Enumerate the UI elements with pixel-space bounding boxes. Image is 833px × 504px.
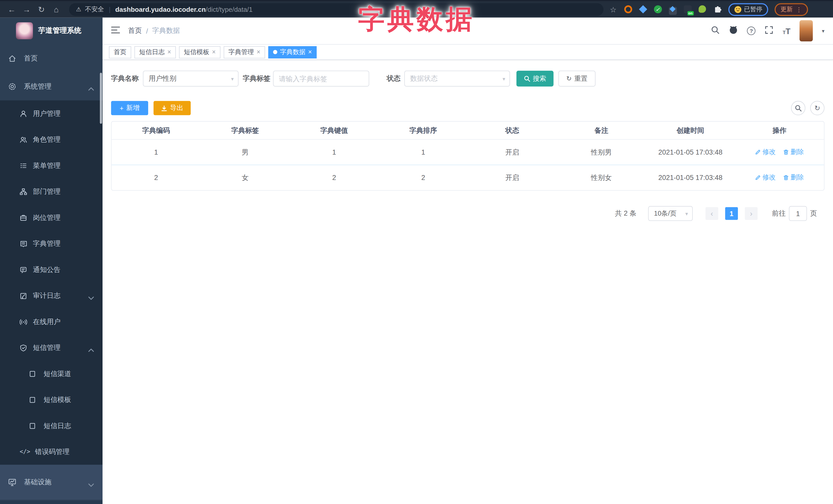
close-icon[interactable]: ×	[212, 48, 216, 56]
tag-home[interactable]: 首页	[109, 46, 131, 58]
caret-down-icon[interactable]: ▾	[822, 28, 824, 34]
sidebar-item-notice[interactable]: 通知公告	[0, 257, 102, 283]
cell-dict-code: 1	[112, 148, 200, 156]
delete-link[interactable]: 删除	[783, 148, 804, 157]
edit-link[interactable]: 修改	[755, 148, 776, 157]
extension-orange-icon[interactable]	[624, 5, 633, 14]
sidebar-item-error-code[interactable]: </> 错误码管理	[0, 439, 102, 465]
sidebar-item-sms-template[interactable]: 短信模板	[0, 387, 102, 413]
plus-icon: +	[120, 104, 123, 112]
sidebar-item-online-users[interactable]: 在线用户	[0, 309, 102, 335]
extension-sprout-icon[interactable]	[698, 5, 707, 14]
sidebar-item-dept-mgmt[interactable]: 部门管理	[0, 178, 102, 205]
dict-type-value: 用户性别	[149, 74, 176, 83]
sidebar-item-infrastructure[interactable]: 基础设施	[0, 465, 102, 500]
font-size-icon[interactable]: TT	[783, 26, 790, 35]
search-icon[interactable]	[711, 25, 720, 37]
sidebar-item-user-mgmt[interactable]: 用户管理	[0, 100, 102, 127]
code-icon: </>	[20, 448, 30, 455]
back-icon[interactable]: ←	[4, 5, 19, 14]
tag-sms-log[interactable]: 短信日志 ×	[134, 46, 176, 58]
export-button[interactable]: 导出	[153, 101, 191, 115]
add-button[interactable]: + 新增	[111, 101, 148, 115]
fullscreen-icon[interactable]	[765, 25, 774, 37]
sidebar-item-system-mgmt[interactable]: 系统管理	[0, 72, 102, 100]
column-header[interactable]: 字典键值	[290, 126, 379, 135]
extension-blue-icon[interactable]	[639, 5, 647, 14]
forward-icon[interactable]: →	[19, 5, 34, 14]
tag-label: 字典数据	[280, 47, 305, 56]
edit-label: 修改	[763, 173, 776, 182]
extension-on-icon[interactable]: on	[684, 5, 692, 14]
sidebar-item-sms-mgmt[interactable]: 短信管理	[0, 335, 102, 361]
delete-link[interactable]: 删除	[783, 173, 804, 182]
user-avatar[interactable]	[800, 20, 813, 42]
browser-update-button[interactable]: 更新 ⋮	[775, 3, 808, 16]
tag-dict-mgmt[interactable]: 字典管理 ×	[224, 46, 265, 58]
column-header[interactable]: 字典排序	[379, 126, 468, 135]
cell-dict-label: 男	[201, 147, 290, 157]
search-button[interactable]: 搜索	[517, 71, 554, 87]
column-header[interactable]: 字典标签	[201, 126, 290, 135]
sidebar-item-label: 用户管理	[33, 109, 61, 118]
reset-button-label: 重置	[574, 74, 588, 83]
sidebar-item-post-mgmt[interactable]: 岗位管理	[0, 205, 102, 231]
edit-pencil-icon	[755, 149, 761, 155]
refresh-table-button[interactable]: ↻	[810, 101, 825, 115]
chevron-down-icon: ▾	[503, 76, 505, 81]
reset-button[interactable]: ↻ 重置	[558, 71, 595, 87]
app-header: 首页 / 字典数据 ? TT ▾	[102, 18, 833, 45]
column-header[interactable]: 状态	[468, 126, 557, 135]
goto-page-input[interactable]	[789, 206, 807, 221]
app-logo-row[interactable]: 芋道管理系统	[0, 18, 102, 44]
sidebar-item-role-mgmt[interactable]: 角色管理	[0, 126, 102, 152]
bookmark-star-icon[interactable]: ☆	[610, 5, 616, 14]
sidebar-item-dict-mgmt[interactable]: 字典管理	[0, 231, 102, 257]
sidebar-item-audit-log[interactable]: 审计日志	[0, 283, 102, 309]
dict-label-input[interactable]	[273, 71, 369, 87]
column-header[interactable]: 创建时间	[646, 126, 735, 135]
page-size-select[interactable]: 10条/页 ▾	[648, 206, 693, 221]
kebab-menu-icon[interactable]: ⋮	[796, 6, 802, 13]
help-icon[interactable]: ?	[747, 27, 756, 35]
gear-icon	[8, 82, 17, 91]
reload-icon[interactable]: ↻	[34, 5, 49, 14]
status-select[interactable]: 数据状态 ▾	[404, 71, 510, 87]
breadcrumb-home[interactable]: 首页	[128, 26, 142, 35]
edit-link[interactable]: 修改	[755, 173, 776, 182]
roles-icon	[20, 136, 27, 143]
sidebar-item-home[interactable]: 首页	[0, 44, 102, 72]
paused-extension-pill[interactable]: 已暂停	[728, 3, 768, 16]
current-page-button[interactable]: 1	[725, 207, 738, 220]
dict-type-select[interactable]: 用户性别 ▾	[143, 71, 239, 87]
tag-sms-template[interactable]: 短信模板 ×	[179, 46, 221, 58]
close-icon[interactable]: ×	[308, 48, 312, 56]
dictionary-icon	[20, 240, 27, 247]
dict-label-label: 字典标签	[243, 74, 270, 83]
next-page-button[interactable]: ›	[745, 207, 758, 220]
column-header[interactable]: 备注	[557, 126, 646, 135]
hamburger-icon[interactable]	[111, 26, 120, 35]
column-header[interactable]: 操作	[735, 126, 824, 135]
close-icon[interactable]: ×	[257, 48, 260, 56]
extensions-puzzle-icon[interactable]	[713, 5, 722, 14]
cell-created-at: 2021-01-05 17:03:48	[646, 173, 735, 182]
prev-page-button[interactable]: ‹	[706, 207, 718, 220]
github-icon[interactable]	[729, 25, 738, 37]
browser-toolbar: ← → ↻ ⌂ ⚠ 不安全 | dashboard.yudao.iocoder.…	[0, 0, 833, 18]
home-nav-icon[interactable]: ⌂	[49, 5, 64, 14]
sidebar-item-menu-mgmt[interactable]: 菜单管理	[0, 152, 102, 179]
extension-green-check-icon[interactable]: ✓	[654, 5, 662, 14]
address-bar[interactable]: ⚠ 不安全 | dashboard.yudao.iocoder.cn /dict…	[69, 3, 603, 16]
tag-dict-data[interactable]: 字典数据 ×	[268, 46, 317, 58]
sidebar-item-sms-log[interactable]: 短信日志	[0, 413, 102, 439]
extension-gem-icon[interactable]	[669, 5, 677, 14]
column-header[interactable]: 字典编码	[112, 126, 200, 135]
sidebar-scrollbar-thumb[interactable]	[100, 73, 102, 124]
page-size-value: 10条/页	[654, 209, 676, 218]
table-row[interactable]: 2 女 2 2 开启 性别女 2021-01-05 17:03:48 修改	[112, 165, 824, 190]
close-icon[interactable]: ×	[167, 48, 171, 56]
table-row[interactable]: 1 男 1 1 开启 性别男 2021-01-05 17:03:48 修改	[112, 139, 824, 165]
toggle-search-button[interactable]	[791, 101, 805, 115]
sidebar-item-sms-channel[interactable]: 短信渠道	[0, 361, 102, 387]
